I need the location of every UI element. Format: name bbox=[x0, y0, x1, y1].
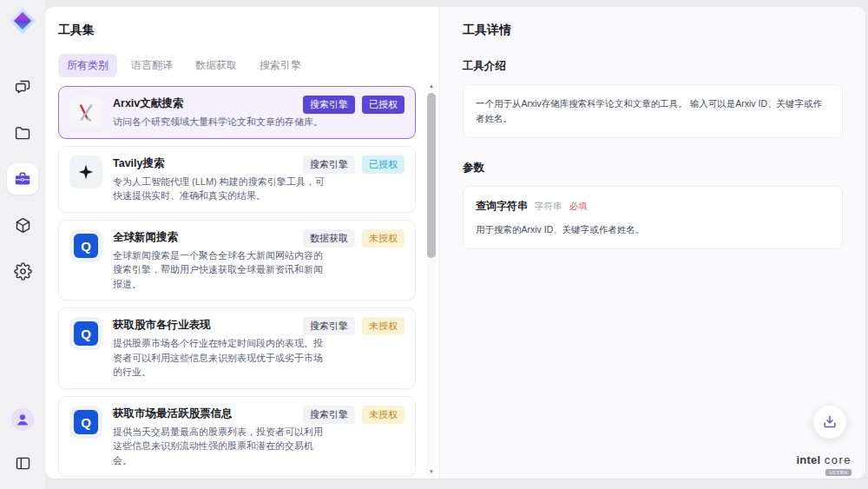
gear-icon bbox=[14, 262, 32, 281]
scrollbar-up-icon[interactable]: ▲ bbox=[427, 81, 436, 91]
param-head: 查询字符串 字符串 必填 bbox=[476, 198, 830, 215]
qblue-icon: Q bbox=[69, 317, 102, 350]
nav-models-button[interactable] bbox=[7, 209, 38, 241]
nav-files-button[interactable] bbox=[7, 117, 38, 149]
tools-panel: 工具集 所有类别语言翻译数据获取搜索引擎 Arxiv文献搜索 访问各个研究领域大… bbox=[45, 7, 440, 479]
svg-text:Q: Q bbox=[81, 238, 91, 253]
tool-description: 提供当天交易量最高的股票列表，投资者可以利用这些信息来识别流动性强的股票和潜在的… bbox=[113, 425, 332, 468]
scrollbar[interactable]: ▲ ▼ bbox=[427, 81, 436, 477]
sidebar-toggle-button[interactable] bbox=[7, 447, 38, 479]
core-wordmark: core bbox=[825, 453, 852, 466]
auth-status-badge: 未授权 bbox=[362, 406, 404, 424]
param-description: 用于搜索的Arxiv ID、关键字或作者姓名。 bbox=[476, 222, 830, 237]
tool-card[interactable]: Q 获取股市各行业表现 提供股票市场各个行业在特定时间段内的表现。投资者可以利用… bbox=[58, 307, 416, 389]
ultra-badge: ULTRA bbox=[825, 469, 852, 476]
arxiv-icon bbox=[69, 96, 102, 129]
folder-icon bbox=[14, 124, 32, 142]
tool-card[interactable]: Q 获取市场最活跃股票信息 提供当天交易量最高的股票列表，投资者可以利用这些信息… bbox=[58, 396, 416, 478]
svg-text:Q: Q bbox=[81, 327, 91, 341]
param-name: 查询字符串 bbox=[476, 198, 528, 215]
tavily-icon bbox=[69, 155, 102, 188]
tools-title: 工具集 bbox=[45, 7, 439, 38]
nav-tools-button[interactable] bbox=[7, 163, 38, 195]
category-badge: 数据获取 bbox=[303, 229, 355, 248]
svg-text:Q: Q bbox=[81, 414, 91, 429]
intel-wordmark: intel bbox=[797, 453, 821, 466]
qblue-icon: Q bbox=[69, 229, 102, 262]
intel-core-logo: intel core ULTRA bbox=[797, 452, 852, 467]
category-badge: 搜索引擎 bbox=[303, 406, 355, 424]
category-tab[interactable]: 所有类别 bbox=[58, 54, 117, 77]
details-title: 工具详情 bbox=[463, 23, 843, 38]
intro-card: 一个用于从Arxiv存储库搜索科学论文和文章的工具。 输入可以是Arxiv ID… bbox=[463, 84, 843, 138]
category-tab[interactable]: 数据获取 bbox=[187, 54, 246, 77]
category-badge: 搜索引擎 bbox=[303, 317, 355, 335]
intro-text: 一个用于从Arxiv存储库搜索科学论文和文章的工具。 输入可以是Arxiv ID… bbox=[476, 98, 822, 123]
panel-layout-icon bbox=[14, 454, 32, 472]
intro-heading: 工具介绍 bbox=[463, 59, 843, 74]
tool-card[interactable]: Q 全球新闻搜索 全球新闻搜索是一个聚合全球各大新闻网站内容的搜索引擎，帮助用户… bbox=[58, 220, 416, 301]
main-panel: 工具集 所有类别语言翻译数据获取搜索引擎 Arxiv文献搜索 访问各个研究领域大… bbox=[45, 7, 865, 479]
tool-list: Arxiv文献搜索 访问各个研究领域大量科学论文和文章的存储库。 搜索引擎 已授… bbox=[45, 79, 439, 479]
category-tab[interactable]: 语言翻译 bbox=[122, 54, 181, 77]
tool-description: 全球新闻搜索是一个聚合全球各大新闻网站内容的搜索引擎，帮助用户快速获取全球最新资… bbox=[113, 248, 332, 292]
category-badge: 搜索引擎 bbox=[303, 155, 355, 174]
param-type: 字符串 bbox=[535, 199, 562, 214]
app-logo-icon[interactable] bbox=[9, 7, 36, 35]
nav-chat-button[interactable] bbox=[7, 71, 38, 102]
nav-rail bbox=[0, 0, 45, 489]
scrollbar-thumb[interactable] bbox=[427, 93, 436, 258]
scrollbar-down-icon[interactable]: ▼ bbox=[427, 466, 436, 477]
tool-description: 访问各个研究领域大量科学论文和文章的存储库。 bbox=[113, 115, 332, 129]
param-required-badge: 必填 bbox=[569, 199, 588, 214]
cube-icon bbox=[14, 216, 32, 235]
auth-status-badge: 未授权 bbox=[362, 229, 404, 248]
category-badge: 搜索引擎 bbox=[303, 96, 355, 114]
auth-status-badge: 已授权 bbox=[362, 96, 404, 114]
auth-status-badge: 已授权 bbox=[362, 155, 404, 174]
auth-status-badge: 未授权 bbox=[362, 317, 404, 335]
download-icon bbox=[821, 413, 838, 431]
tool-card[interactable]: Arxiv文献搜索 访问各个研究领域大量科学论文和文章的存储库。 搜索引擎 已授… bbox=[58, 86, 416, 139]
tool-description: 专为人工智能代理 (LLM) 构建的搜索引擎工具，可快速提供实时、准确和真实的结… bbox=[113, 175, 332, 203]
app-root: 工具集 所有类别语言翻译数据获取搜索引擎 Arxiv文献搜索 访问各个研究领域大… bbox=[0, 0, 868, 489]
chat-icon bbox=[14, 78, 32, 96]
category-tabs: 所有类别语言翻译数据获取搜索引擎 bbox=[45, 38, 439, 77]
nav-settings-button[interactable] bbox=[7, 255, 38, 287]
category-tab[interactable]: 搜索引擎 bbox=[251, 54, 310, 77]
user-avatar[interactable] bbox=[7, 404, 38, 435]
download-button[interactable] bbox=[813, 406, 846, 439]
tool-description: 提供股票市场各个行业在特定时间段内的表现。投资者可以利用这些信息来识别表现优于或… bbox=[113, 336, 332, 380]
details-panel: 工具详情 工具介绍 一个用于从Arxiv存储库搜索科学论文和文章的工具。 输入可… bbox=[440, 7, 865, 479]
tool-card[interactable]: Tavily搜索 专为人工智能代理 (LLM) 构建的搜索引擎工具，可快速提供实… bbox=[58, 146, 416, 213]
toolbox-icon bbox=[13, 169, 32, 188]
user-icon bbox=[11, 408, 34, 431]
qblue-icon: Q bbox=[69, 406, 102, 439]
params-heading: 参数 bbox=[463, 161, 843, 175]
param-card: 查询字符串 字符串 必填 用于搜索的Arxiv ID、关键字或作者姓名。 bbox=[463, 186, 843, 249]
tool-list-viewport: Arxiv文献搜索 访问各个研究领域大量科学论文和文章的存储库。 搜索引擎 已授… bbox=[45, 79, 439, 479]
